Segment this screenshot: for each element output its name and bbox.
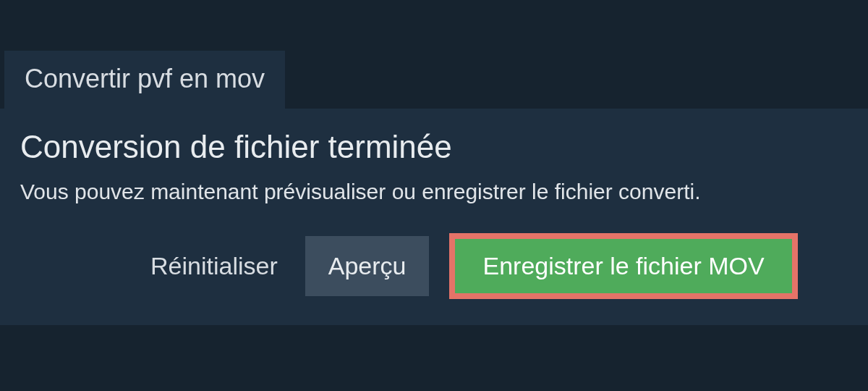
tab-label: Convertir pvf en mov bbox=[25, 64, 265, 93]
tab-bar: Convertir pvf en mov bbox=[0, 0, 868, 109]
reset-button[interactable]: Réinitialiser bbox=[150, 252, 278, 280]
tab-convert[interactable]: Convertir pvf en mov bbox=[4, 51, 285, 109]
panel-heading: Conversion de fichier terminée bbox=[20, 129, 848, 165]
preview-button[interactable]: Aperçu bbox=[305, 236, 430, 296]
conversion-panel: Conversion de fichier terminée Vous pouv… bbox=[0, 109, 868, 325]
save-button[interactable]: Enregistrer le fichier MOV bbox=[449, 233, 797, 299]
panel-subtext: Vous pouvez maintenant prévisualiser ou … bbox=[20, 180, 848, 204]
action-row: Réinitialiser Aperçu Enregistrer le fich… bbox=[20, 233, 848, 299]
